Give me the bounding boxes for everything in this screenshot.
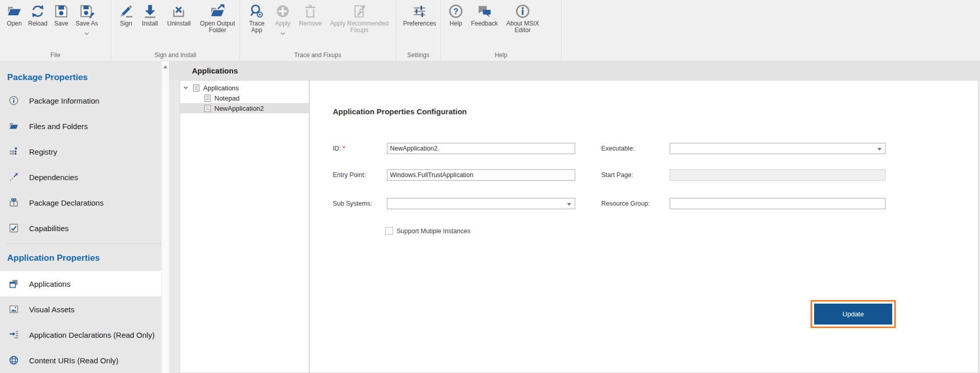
sidebar-section-title-application-properties: Application Properties — [0, 250, 161, 266]
executable-label: Executable: — [601, 145, 634, 152]
application-properties-form: Application Properties Configuration ID:… — [309, 80, 978, 373]
sidebar-item-label: Dependencies — [29, 173, 78, 182]
sidebar-scrollbar[interactable] — [161, 61, 169, 373]
sidebar-item-application-declarations-read-only[interactable]: Application Declarations (Read Only) — [0, 322, 161, 347]
ribbon-toolbar: OpenReloadSaveSave AsFileSignInstallUnin… — [0, 0, 980, 61]
checkbox-label: Support Mutiple Instances — [397, 228, 471, 235]
preferences-button[interactable]: Preferences — [400, 4, 439, 27]
ribbon-group-label: Trace and Fixups — [240, 52, 396, 59]
ribbon-group-sign-and-install: SignInstallUninstallOpen Output FolderSi… — [111, 0, 240, 60]
sidebar-item-registry[interactable]: Registry — [0, 139, 161, 164]
sign-icon — [118, 4, 134, 19]
sidebar-item-dependencies[interactable]: Dependencies — [0, 164, 161, 190]
chevron-down-icon[interactable] — [84, 28, 89, 31]
save-button[interactable]: Save — [51, 4, 71, 27]
main-area: Applications ApplicationsNotepadNewAppli… — [169, 61, 980, 373]
entry-point-label: Entry Point: — [333, 171, 366, 179]
ribbon-group-file: OpenReloadSaveSave AsFile — [0, 0, 111, 60]
open-button[interactable]: Open — [4, 4, 24, 27]
button-label: Remove — [299, 20, 322, 27]
form-title: Application Properties Configuration — [333, 107, 467, 116]
chevron-down-icon — [877, 148, 881, 151]
button-label: Uninstall — [167, 20, 190, 27]
sidebar-item-files-and-folders[interactable]: Files and Folders — [0, 113, 161, 139]
resource-group-label: Resource Group: — [601, 200, 650, 207]
start-page-field — [670, 169, 886, 181]
trace-app-button[interactable]: Trace App — [244, 4, 270, 34]
chevron-expanded-icon[interactable] — [183, 85, 188, 90]
sidebar-item-label: Package Information — [29, 96, 100, 105]
save-as-icon — [79, 4, 94, 19]
sidebar-item-applications[interactable]: Applications — [0, 271, 161, 296]
content-uris-icon — [9, 355, 19, 365]
page-title: Applications — [192, 61, 238, 80]
open-folder-icon — [7, 4, 22, 19]
tree-item-newapplication2[interactable]: NewApplication2 — [180, 103, 309, 113]
sidebar-item-label: Files and Folders — [29, 122, 88, 131]
update-button[interactable]: Update — [814, 304, 892, 325]
sign-button[interactable]: Sign — [115, 4, 137, 27]
sidebar-divider — [6, 243, 161, 244]
package-declarations-icon — [9, 197, 19, 208]
resource-group-field[interactable] — [670, 198, 886, 209]
files-folders-icon — [9, 121, 19, 131]
reload-button[interactable]: Reload — [26, 4, 50, 27]
id-field[interactable] — [387, 143, 575, 154]
install-icon — [142, 4, 158, 19]
registry-icon — [9, 146, 19, 157]
remove-icon — [303, 4, 318, 19]
help-icon: ? — [448, 4, 463, 19]
button-label: Save As — [76, 20, 98, 27]
support-multiple-instances-row: Support Mutiple Instances — [385, 227, 471, 235]
reload-icon — [30, 4, 45, 19]
chevron-down-icon — [567, 203, 571, 206]
button-label: Sign — [120, 20, 132, 27]
sidebar-item-package-information[interactable]: Package Information — [0, 88, 161, 113]
feedback-button[interactable]: Feedback — [468, 4, 501, 27]
ribbon-group-label: Help — [441, 52, 561, 59]
sidebar-item-capabilities[interactable]: Capabilities — [0, 215, 161, 241]
sidebar-item-label: Content URIs (Read Only) — [29, 356, 118, 365]
tree-item-applications[interactable]: Applications — [180, 83, 309, 93]
button-label: Open — [7, 20, 21, 27]
sidebar-item-visual-assets[interactable]: Visual Assets — [0, 296, 161, 322]
button-label: Apply — [275, 20, 290, 27]
apply-icon — [275, 4, 290, 19]
sidebar-item-label: Registry — [29, 147, 57, 156]
about-icon — [515, 4, 530, 19]
sub-systems-combobox[interactable] — [387, 198, 575, 209]
open-output-folder-button[interactable]: Open Output Folder — [195, 4, 239, 34]
info-icon — [9, 95, 19, 106]
apply-recommended-fixups-button: Apply Recommended Fixups — [326, 4, 393, 34]
help-button[interactable]: ?Help — [445, 4, 467, 27]
remove-button: Remove — [296, 4, 325, 27]
ribbon-group-trace-and-fixups: Trace AppApplyRemoveApply Recommended Fi… — [240, 0, 396, 60]
sidebar: Package PropertiesPackage InformationFil… — [0, 61, 161, 373]
save-as-button[interactable]: Save As — [72, 4, 101, 31]
sidebar-item-content-uris-read-only[interactable]: Content URIs (Read Only) — [0, 347, 161, 373]
page-header: Applications — [169, 61, 980, 80]
sidebar-item-label: Package Declarations — [29, 198, 104, 207]
sub-systems-label: Sub Systems: — [333, 200, 372, 207]
sidebar-item-package-declarations[interactable]: Package Declarations — [0, 190, 161, 215]
capabilities-icon — [9, 223, 19, 233]
uninstall-button[interactable]: Uninstall — [163, 4, 195, 27]
button-label: Trace App — [244, 20, 270, 34]
tree-item-label: Applications — [203, 84, 239, 92]
tree-item-label: NewApplication2 — [214, 105, 264, 112]
executable-combobox[interactable] — [670, 143, 886, 154]
install-button[interactable]: Install — [138, 4, 162, 27]
application-doc-icon — [204, 105, 211, 112]
sidebar-item-label: Capabilities — [29, 224, 69, 233]
uninstall-icon — [171, 4, 186, 19]
entry-point-field[interactable] — [387, 169, 575, 181]
save-icon — [54, 4, 69, 19]
apply-button: Apply — [271, 4, 295, 31]
scroll-up-arrow-icon[interactable] — [163, 65, 167, 68]
about-msix-editor-button[interactable]: About MSIX Editor — [502, 4, 543, 34]
support-multiple-instances-checkbox[interactable] — [385, 227, 393, 235]
chevron-down-icon[interactable] — [280, 28, 285, 31]
tree-item-notepad[interactable]: Notepad — [180, 93, 309, 103]
svg-text:?: ? — [453, 7, 458, 16]
fixups-icon — [352, 4, 367, 19]
